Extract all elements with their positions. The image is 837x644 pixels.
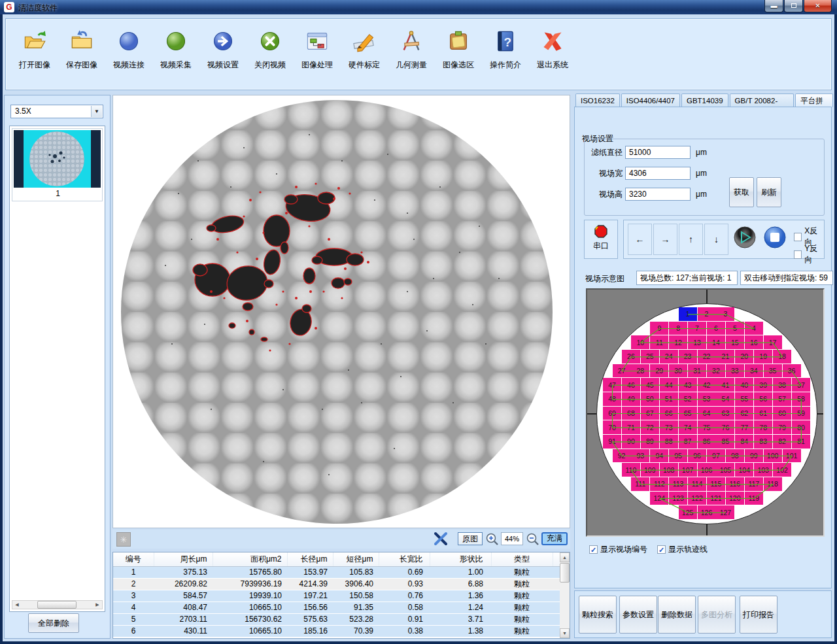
field-cell-68[interactable]: 68 <box>622 407 640 420</box>
toolbar-hardware-calibration[interactable]: 硬件标定 <box>341 24 388 84</box>
field-cell-117[interactable]: 117 <box>745 477 763 491</box>
field-cell-64[interactable]: 64 <box>698 407 716 420</box>
col-header[interactable]: 长宽比 <box>379 552 430 566</box>
field-cell-94[interactable]: 94 <box>650 449 668 463</box>
tab-iso16232[interactable]: ISO16232 <box>575 93 620 107</box>
field-cell-121[interactable]: 121 <box>707 492 725 505</box>
field-cell-85[interactable]: 85 <box>716 435 734 449</box>
close-button[interactable]: ✕ <box>804 0 832 12</box>
field-cell-13[interactable]: 13 <box>688 335 706 349</box>
field-cell-70[interactable]: 70 <box>603 420 621 434</box>
field-cell-55[interactable]: 55 <box>735 392 753 406</box>
fit-view-button[interactable]: 充满 <box>541 532 568 545</box>
field-cell-84[interactable]: 84 <box>735 435 753 449</box>
move-right-button[interactable]: → <box>653 224 677 255</box>
field-cell-116[interactable]: 116 <box>726 477 744 491</box>
field-cell-20[interactable]: 20 <box>735 350 753 364</box>
field-map[interactable]: 1239876541011121314151617262524232221201… <box>586 288 825 537</box>
field-cell-63[interactable]: 63 <box>716 407 734 420</box>
field-cell-4[interactable]: 4 <box>745 322 763 335</box>
delete-all-button[interactable]: 全部删除 <box>28 613 79 633</box>
serial-port-button[interactable]: 串口 <box>584 220 618 259</box>
tab-iso4406-4407[interactable]: ISO4406/4407 <box>621 93 680 107</box>
field-cell-46[interactable]: 46 <box>622 378 640 392</box>
tab-gbt14039[interactable]: GBT14039 <box>681 93 728 107</box>
field-cell-5[interactable]: 5 <box>726 322 744 335</box>
field-cell-123[interactable]: 123 <box>669 492 687 505</box>
field-cell-108[interactable]: 108 <box>660 463 678 477</box>
field-cell-106[interactable]: 106 <box>698 463 716 477</box>
field-cell-98[interactable]: 98 <box>726 449 744 463</box>
magnification-select[interactable]: 3.5X ▼ <box>10 105 103 118</box>
scroll-up-icon[interactable]: ▲ <box>560 552 570 562</box>
zoom-out-icon[interactable] <box>526 532 539 546</box>
field-cell-104[interactable]: 104 <box>735 463 753 477</box>
field-height-input[interactable]: 3230 <box>625 188 691 201</box>
print-report-button[interactable]: 打印报告 <box>740 596 777 634</box>
filter-diameter-input[interactable]: 51000 <box>625 146 691 159</box>
field-cell-24[interactable]: 24 <box>660 350 678 364</box>
table-vscrollbar[interactable]: ▲ ▼ <box>560 552 570 638</box>
field-cell-6[interactable]: 6 <box>707 322 725 335</box>
field-cell-38[interactable]: 38 <box>773 378 791 392</box>
field-width-input[interactable]: 4306 <box>625 167 691 180</box>
field-cell-115[interactable]: 115 <box>707 477 725 491</box>
field-cell-18[interactable]: 18 <box>773 350 791 364</box>
toolbar-close-video[interactable]: 关闭视频 <box>247 24 294 84</box>
get-button[interactable]: 获取 <box>729 177 754 207</box>
field-cell-53[interactable]: 53 <box>698 392 716 406</box>
field-cell-32[interactable]: 32 <box>707 364 725 378</box>
field-cell-103[interactable]: 103 <box>754 463 772 477</box>
field-cell-22[interactable]: 22 <box>698 350 716 364</box>
col-header[interactable]: 类型 <box>491 552 553 566</box>
toolbar-video-capture[interactable]: 视频采集 <box>152 24 199 84</box>
zoom-value-field[interactable]: 44% <box>501 532 523 545</box>
field-cell-91[interactable]: 91 <box>603 435 621 449</box>
vscroll-thumb[interactable] <box>560 563 570 583</box>
scroll-down-icon[interactable]: ▼ <box>560 628 570 638</box>
chevron-down-icon[interactable]: ▼ <box>91 106 102 117</box>
field-cell-107[interactable]: 107 <box>679 463 697 477</box>
field-cell-118[interactable]: 118 <box>764 477 782 491</box>
table-row[interactable]: 4408.4710665.10156.5691.350.581.24颗粒 <box>113 602 560 613</box>
thumbnail-item[interactable]: 1 <box>12 128 103 201</box>
toolbar-video-settings[interactable]: 视频设置 <box>199 24 247 84</box>
field-cell-9[interactable]: 9 <box>650 322 668 335</box>
field-cell-87[interactable]: 87 <box>679 435 697 449</box>
field-cell-16[interactable]: 16 <box>745 335 763 349</box>
field-cell-105[interactable]: 105 <box>716 463 734 477</box>
show-field-numbers-checkbox[interactable]: ✓ 显示视场编号 <box>589 544 647 555</box>
toolbar-image-selection[interactable]: 图像选区 <box>435 24 482 84</box>
maximize-button[interactable] <box>784 0 803 12</box>
thumbnail-hscrollbar[interactable]: ◀ ▶ <box>12 600 103 609</box>
field-cell-100[interactable]: 100 <box>764 449 782 463</box>
toolbar-open-image[interactable]: 打开图像 <box>11 24 58 84</box>
show-track-checkbox[interactable]: ✓ 显示轨迹线 <box>657 544 708 555</box>
original-size-button[interactable]: 原图 <box>458 532 483 545</box>
tab-platform-mosaic[interactable]: 平台拼图 <box>795 93 833 107</box>
field-cell-7[interactable]: 7 <box>688 322 706 335</box>
field-cell-34[interactable]: 34 <box>745 364 763 378</box>
image-viewer[interactable] <box>112 95 570 528</box>
col-header[interactable]: 编号 <box>113 552 154 566</box>
table-row[interactable]: 1375.1315765.80153.97105.830.691.00颗粒 <box>113 566 560 578</box>
field-cell-50[interactable]: 50 <box>641 392 659 406</box>
y-invert-checkbox[interactable]: Y反向 <box>794 243 824 265</box>
field-cell-26[interactable]: 26 <box>622 350 640 364</box>
field-cell-111[interactable]: 111 <box>631 477 649 491</box>
field-cell-110[interactable]: 110 <box>622 463 640 477</box>
field-cell-76[interactable]: 76 <box>716 420 734 434</box>
field-cell-74[interactable]: 74 <box>679 420 697 434</box>
field-cell-41[interactable]: 41 <box>716 378 734 392</box>
toolbar-image-processing[interactable]: 图像处理 <box>294 24 341 84</box>
field-cell-66[interactable]: 66 <box>660 407 678 420</box>
field-cell-125[interactable]: 125 <box>679 505 697 519</box>
field-cell-52[interactable]: 52 <box>679 392 697 406</box>
field-cell-10[interactable]: 10 <box>631 335 649 349</box>
toolbar-geometric-measurement[interactable]: 几何测量 <box>388 24 435 84</box>
col-header[interactable]: 长径μm <box>287 552 333 566</box>
table-row[interactable]: 6430.1110665.10185.1670.390.381.38颗粒 <box>113 625 560 637</box>
tab-gbt20082[interactable]: GB/T 20082-2006 <box>730 93 794 107</box>
field-cell-90[interactable]: 90 <box>622 435 640 449</box>
field-cell-109[interactable]: 109 <box>641 463 659 477</box>
